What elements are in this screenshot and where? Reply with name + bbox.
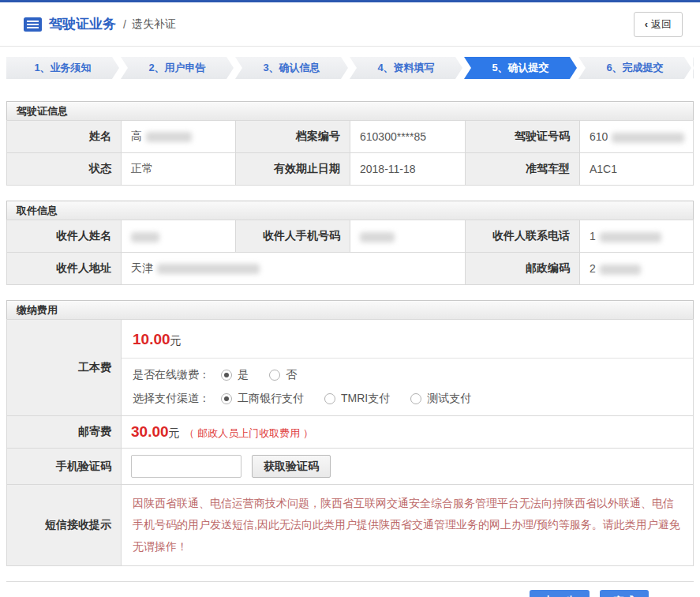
radio-checked-icon[interactable]	[221, 393, 232, 404]
mail-fee-label: 邮寄费	[7, 416, 122, 449]
steps-filler	[693, 57, 694, 79]
recipient-phone-label: 收件人联系电话	[466, 220, 580, 253]
channel-test-label: 测试支付	[427, 392, 471, 406]
online-pay-no-label: 否	[286, 368, 297, 382]
pay-options-block: 是否在线缴费： 是 否 选择支付渠道： 工商银行支付 TMRI支付 测试支付	[122, 359, 693, 415]
step-2-user-declaration[interactable]: 2、用户申告	[121, 57, 234, 79]
step-6-finish-submit[interactable]: 6、完成提交	[578, 57, 691, 79]
pay-channel-question: 选择支付渠道：	[133, 392, 210, 406]
recipient-mobile-label: 收件人手机号码	[236, 220, 350, 253]
mail-fee-row: 邮寄费 30.00元（ 邮政人员上门收取费用 ）	[7, 416, 694, 449]
recipient-name-value	[122, 220, 236, 253]
zip-code-label: 邮政编码	[466, 253, 580, 285]
online-pay-no-option[interactable]: 否	[269, 368, 297, 382]
channel-icbc-option[interactable]: 工商银行支付	[221, 392, 304, 406]
finish-button[interactable]: 完成	[600, 590, 649, 597]
license-info-section: 驾驶证信息 姓名 高 档案编号 610300****85 驾驶证号码 610 状…	[6, 101, 694, 186]
redacted-value	[157, 264, 260, 274]
redacted-value	[360, 232, 395, 242]
captcha-field-cell: 获取验证码	[122, 449, 694, 485]
pickup-info-table: 收件人姓名 收件人手机号码 收件人联系电话 1 收件人地址 天津 邮政编码 2	[6, 220, 694, 285]
status-label: 状态	[7, 153, 122, 186]
fees-section-title: 缴纳费用	[6, 300, 694, 319]
back-button-label: 返回	[651, 18, 672, 30]
online-pay-question-line: 是否在线缴费： 是 否	[133, 368, 682, 382]
sms-notice-label: 短信接收提示	[7, 485, 122, 566]
table-row: 收件人地址 天津 邮政编码 2	[7, 253, 694, 285]
mail-fee-amount: 30.00	[131, 423, 169, 440]
name-value: 高	[122, 121, 236, 153]
breadcrumb-separator: /	[123, 18, 126, 31]
redacted-value	[131, 232, 159, 242]
recipient-address-label: 收件人地址	[7, 253, 122, 285]
back-button[interactable]: ‹返回	[634, 12, 683, 37]
wizard-steps: 1、业务须知 2、用户申告 3、确认信息 4、资料填写 5、确认提交 6、完成提…	[6, 57, 694, 79]
redacted-value	[600, 265, 641, 275]
file-no-label: 档案编号	[236, 121, 350, 153]
mail-fee-value: 30.00元（ 邮政人员上门收取费用 ）	[122, 416, 694, 449]
radio-unchecked-icon[interactable]	[324, 393, 335, 404]
work-fee-value: 10.00元 是否在线缴费： 是 否 选择支付渠道： 工商银行支付 TMRI支付…	[122, 320, 694, 416]
table-row: 收件人姓名 收件人手机号码 收件人联系电话 1	[7, 220, 694, 253]
license-no-label: 驾驶证号码	[466, 121, 580, 153]
expiry-value: 2018-11-18	[350, 153, 466, 186]
page-header: 驾驶证业务 / 遗失补证 ‹返回	[0, 2, 700, 47]
license-section-title: 驾驶证信息	[6, 101, 694, 120]
table-row: 姓名 高 档案编号 610300****85 驾驶证号码 610	[7, 121, 694, 153]
vehicle-class-label: 准驾车型	[466, 153, 580, 186]
step-1-business-notice[interactable]: 1、业务须知	[6, 57, 119, 79]
channel-tmri-option[interactable]: TMRI支付	[324, 392, 390, 406]
redacted-value	[600, 232, 661, 242]
work-fee-label: 工本费	[7, 320, 122, 416]
radio-unchecked-icon[interactable]	[269, 370, 280, 381]
breadcrumb-current: 遗失补证	[132, 17, 176, 32]
mail-fee-unit: 元	[169, 426, 180, 439]
fees-table: 工本费 10.00元 是否在线缴费： 是 否 选择支付渠道： 工商银行支付 TM…	[6, 319, 694, 566]
pickup-section-title: 取件信息	[6, 201, 694, 220]
online-pay-question: 是否在线缴费：	[133, 368, 210, 382]
expiry-label: 有效期止日期	[236, 153, 350, 186]
online-pay-yes-label: 是	[238, 368, 249, 382]
previous-step-button[interactable]: 上一步	[530, 590, 590, 597]
step-5-confirm-submit[interactable]: 5、确认提交	[464, 57, 577, 79]
radio-unchecked-icon[interactable]	[410, 393, 421, 404]
table-row: 状态 正常 有效期止日期 2018-11-18 准驾车型 A1C1	[7, 153, 694, 186]
channel-tmri-label: TMRI支付	[341, 392, 390, 406]
license-info-table: 姓名 高 档案编号 610300****85 驾驶证号码 610 状态 正常 有…	[6, 120, 694, 186]
redacted-value	[146, 132, 192, 142]
step-3-confirm-info[interactable]: 3、确认信息	[235, 57, 348, 79]
captcha-input[interactable]	[131, 455, 241, 478]
work-fee-amount: 10.00	[133, 331, 170, 347]
status-value: 正常	[122, 153, 236, 186]
work-fee-unit: 元	[170, 334, 182, 347]
mail-fee-note: （ 邮政人员上门收取费用 ）	[185, 427, 313, 439]
radio-checked-icon[interactable]	[221, 370, 232, 381]
page-title: 驾驶证业务	[49, 15, 116, 33]
file-no-value: 610300****85	[350, 121, 466, 153]
pickup-info-section: 取件信息 收件人姓名 收件人手机号码 收件人联系电话 1 收件人地址 天津 邮政…	[6, 201, 694, 285]
captcha-label: 手机验证码	[7, 449, 122, 485]
footer-actions: 上一步 完成	[0, 582, 700, 597]
vehicle-class-value: A1C1	[580, 153, 694, 186]
recipient-name-label: 收件人姓名	[7, 220, 122, 253]
sms-notice-row: 短信接收提示 因陕西省联通、电信运营商技术问题，陕西省互联网交通安全综合服务管理…	[7, 485, 694, 566]
get-captcha-button[interactable]: 获取验证码	[252, 455, 331, 478]
pay-channel-question-line: 选择支付渠道： 工商银行支付 TMRI支付 测试支付	[133, 392, 682, 406]
recipient-phone-value: 1	[580, 220, 694, 253]
zip-code-value: 2	[580, 253, 694, 285]
chevron-left-icon: ‹	[645, 18, 648, 30]
recipient-address-value: 天津	[122, 253, 466, 285]
work-fee-row: 工本费 10.00元 是否在线缴费： 是 否 选择支付渠道： 工商银行支付 TM…	[7, 320, 694, 416]
redacted-value	[612, 133, 684, 143]
channel-icbc-label: 工商银行支付	[238, 392, 304, 406]
list-icon	[24, 17, 42, 32]
channel-test-option[interactable]: 测试支付	[410, 392, 471, 406]
online-pay-yes-option[interactable]: 是	[221, 368, 249, 382]
step-4-fill-data[interactable]: 4、资料填写	[350, 57, 462, 79]
recipient-mobile-value	[350, 220, 466, 253]
captcha-row: 手机验证码 获取验证码	[7, 449, 694, 485]
sms-notice-cell: 因陕西省联通、电信运营商技术问题，陕西省互联网交通安全综合服务管理平台无法向持陕…	[122, 485, 694, 566]
sms-notice-text: 因陕西省联通、电信运营商技术问题，陕西省互联网交通安全综合服务管理平台无法向持陕…	[133, 493, 682, 558]
work-fee-amount-line: 10.00元	[122, 320, 693, 358]
name-label: 姓名	[7, 121, 122, 153]
